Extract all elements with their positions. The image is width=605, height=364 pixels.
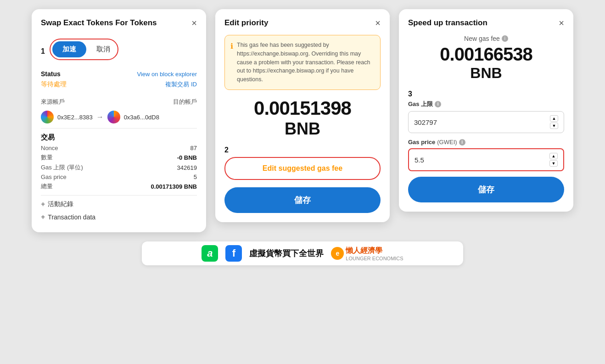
gas-price-label: Gas price xyxy=(41,174,67,180)
gas-limit-input-wrapper: ▲ ▼ xyxy=(408,111,564,133)
status-value-row: 等待處理 複製交易 ID xyxy=(41,80,197,89)
info-text: This gas fee has been suggested by https… xyxy=(237,41,375,84)
total-label: 總量 xyxy=(41,182,53,190)
gas-limit-field-label: Gas 上限 i xyxy=(408,100,564,108)
panel1-close-button[interactable]: × xyxy=(191,18,197,28)
panel3-save-button[interactable]: 儲存 xyxy=(408,177,564,202)
from-avatar xyxy=(41,111,54,123)
panel2-title: Edit priority xyxy=(224,18,268,28)
dest-label: 目的帳戶 xyxy=(173,98,197,106)
copy-tx-id[interactable]: 複製交易 ID xyxy=(165,80,197,89)
gas-price-info-icon[interactable]: i xyxy=(459,139,465,146)
total-value: 0.00171309 BNB xyxy=(151,183,197,190)
step2-badge-wrapper: 2 xyxy=(224,146,381,154)
to-address: 0x3a6...0dD8 xyxy=(124,114,159,121)
step2-badge: 2 xyxy=(224,146,229,154)
gas-price-unit: (GWEI) xyxy=(437,139,457,146)
amount-row: 數量 -0 BNB xyxy=(41,153,197,162)
gas-price-row: Gas price 5 xyxy=(41,174,197,180)
gas-price-field-label: Gas price (GWEI) i xyxy=(408,139,564,146)
total-row: 總量 0.00171309 BNB xyxy=(41,182,197,190)
panel-swap: Swap Exact Tokens For Tokens × 1 加速 取消 S… xyxy=(32,9,206,232)
status-row: Status View on block explorer xyxy=(41,70,197,78)
view-explorer-link[interactable]: View on block explorer xyxy=(137,71,197,78)
gas-price-field: Gas price (GWEI) i ▲ ▼ xyxy=(408,139,564,171)
panel3-close-button[interactable]: × xyxy=(559,18,564,28)
brand-name: 懶人經濟學 xyxy=(346,246,403,256)
panel2-save-button[interactable]: 儲存 xyxy=(224,187,381,213)
tx-data-label: Transaction data xyxy=(48,213,95,221)
step1-badge: 1 xyxy=(41,47,45,56)
nonce-row: Nonce 87 xyxy=(41,145,197,151)
status-value: 等待處理 xyxy=(41,80,67,89)
brand-text-group: 懶人經濟學 LOUNGER ECONOMICS xyxy=(346,246,403,261)
footer-bar: a f 虛擬貨幣買下全世界 e 懶人經濟學 LOUNGER ECONOMICS xyxy=(142,241,463,265)
panel1-title: Swap Exact Tokens For Tokens xyxy=(41,18,157,28)
activity-label: 活動紀錄 xyxy=(48,200,73,208)
gas-limit-stepper: ▲ ▼ xyxy=(550,115,558,129)
tx-data-row[interactable]: + Transaction data xyxy=(41,213,197,221)
gas-currency-display: BNB xyxy=(224,119,381,139)
edit-suggested-gas-button[interactable]: Edit suggested gas fee xyxy=(224,157,381,180)
panel2-close-button[interactable]: × xyxy=(375,18,381,28)
amount-value: -0 BNB xyxy=(177,154,197,161)
step3-badge-wrapper: 3 xyxy=(408,90,564,98)
footer-main-text: 虛擬貨幣買下全世界 xyxy=(249,248,324,259)
divider2 xyxy=(41,195,197,196)
info-box: ℹ This gas fee has been suggested by htt… xyxy=(224,35,381,90)
info-icon: ℹ xyxy=(230,42,233,84)
nonce-label: Nonce xyxy=(41,145,58,151)
tx-section-title: 交易 xyxy=(41,133,197,142)
gas-limit-up-button[interactable]: ▲ xyxy=(550,115,558,122)
new-gas-label-row: New gas fee i xyxy=(408,35,564,42)
gas-limit-value: 342619 xyxy=(177,164,197,171)
gas-price-input[interactable] xyxy=(415,156,549,164)
gas-limit-label: Gas 上限 (單位) xyxy=(41,163,83,172)
accounts-row: 0x3E2...8383 → 0x3a6...0dD8 xyxy=(41,111,197,123)
panel3-header: Speed up transaction × xyxy=(408,18,564,28)
logo-a: a xyxy=(202,245,218,262)
panel-edit-priority: Edit priority × ℹ This gas fee has been … xyxy=(215,9,390,222)
speed-up-button[interactable]: 加速 xyxy=(52,41,86,57)
gas-limit-input[interactable] xyxy=(414,118,550,126)
gas-price-down-button[interactable]: ▼ xyxy=(549,160,558,167)
panel3-title: Speed up transaction xyxy=(408,18,487,28)
brand-sub: LOUNGER ECONOMICS xyxy=(346,256,403,261)
gas-limit-field: Gas 上限 i ▲ ▼ xyxy=(408,100,564,133)
new-gas-info-icon[interactable]: i xyxy=(502,35,508,42)
action-buttons-group: 加速 取消 xyxy=(50,39,118,60)
amount-label: 數量 xyxy=(41,153,53,162)
cancel-button[interactable]: 取消 xyxy=(91,41,116,57)
gas-limit-info-icon[interactable]: i xyxy=(435,101,441,107)
step3-badge: 3 xyxy=(408,90,412,98)
panel2-header: Edit priority × xyxy=(224,18,381,28)
gas-price-input-wrapper: ▲ ▼ xyxy=(408,148,564,171)
source-label: 來源帳戶 xyxy=(41,98,65,106)
logo-facebook: f xyxy=(225,245,242,262)
gas-price-value: 5 xyxy=(194,174,197,180)
gas-limit-row: Gas 上限 (單位) 342619 xyxy=(41,163,197,172)
activity-plus-icon: + xyxy=(41,200,45,208)
activity-row[interactable]: + 活動紀錄 xyxy=(41,200,197,208)
to-avatar xyxy=(107,111,120,123)
new-gas-currency: BNB xyxy=(408,65,564,82)
footer-brand: e 懶人經濟學 LOUNGER ECONOMICS xyxy=(331,246,403,261)
brand-icon: e xyxy=(331,247,344,260)
status-label: Status xyxy=(41,70,61,78)
divider1 xyxy=(41,128,197,129)
from-address: 0x3E2...8383 xyxy=(57,114,93,121)
panel-speed-up: Speed up transaction × New gas fee i 0.0… xyxy=(399,9,573,212)
gas-amount-display: 0.00151398 xyxy=(224,97,381,119)
new-gas-label: New gas fee xyxy=(464,35,500,42)
panel1-header: Swap Exact Tokens For Tokens × xyxy=(41,18,197,28)
txdata-plus-icon: + xyxy=(41,213,45,221)
gas-price-stepper: ▲ ▼ xyxy=(549,153,558,167)
new-gas-amount: 0.00166538 xyxy=(408,44,564,65)
nonce-value: 87 xyxy=(190,145,197,151)
accounts-labels-row: 來源帳戶 目的帳戶 xyxy=(41,92,197,107)
gas-price-up-button[interactable]: ▲ xyxy=(549,153,558,159)
arrow-icon: → xyxy=(96,113,104,121)
gas-limit-down-button[interactable]: ▼ xyxy=(550,123,558,129)
